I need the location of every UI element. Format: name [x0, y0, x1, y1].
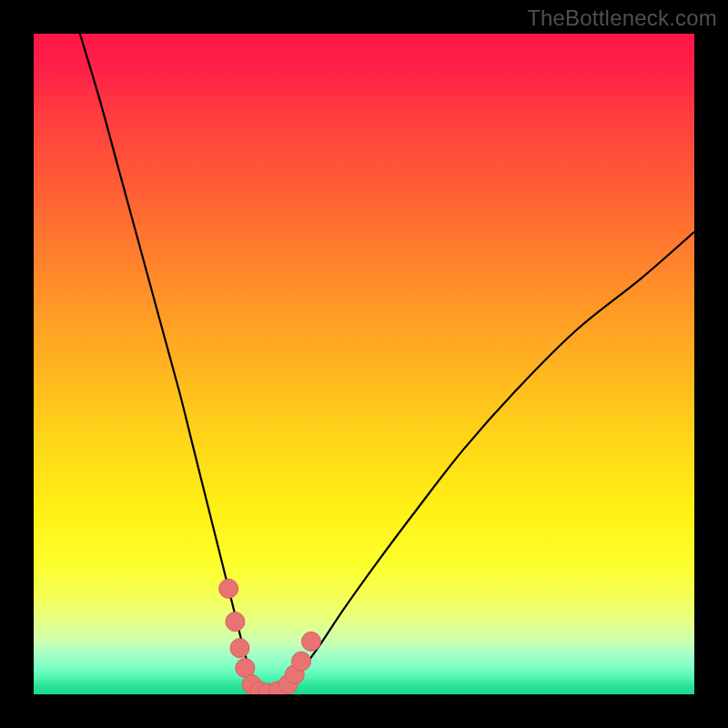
curve-marker: [230, 639, 249, 658]
curve-marker: [219, 579, 238, 598]
curve-marker: [301, 632, 320, 651]
curve-markers: [219, 579, 321, 694]
bottleneck-curve: [80, 34, 694, 694]
bottleneck-curve-svg: [34, 34, 694, 694]
curve-marker: [292, 652, 311, 671]
watermark-text: TheBottleneck.com: [527, 5, 717, 31]
curve-marker: [226, 612, 245, 632]
plot-area: [34, 34, 694, 694]
chart-frame: TheBottleneck.com: [0, 0, 728, 728]
